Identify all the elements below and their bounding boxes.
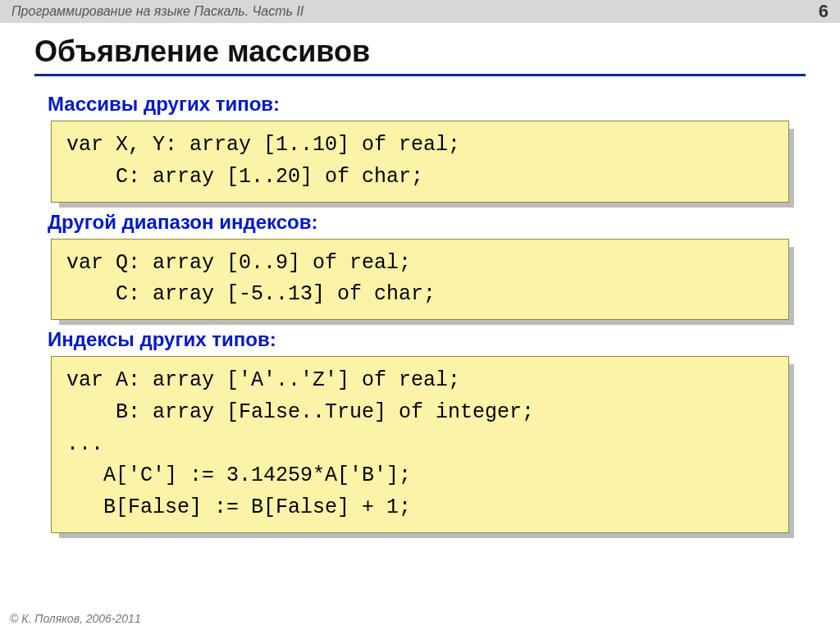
header-title: Программирование на языке Паскаль. Часть… bbox=[11, 4, 304, 19]
section-heading-1: Массивы других типов: bbox=[48, 93, 792, 116]
code-block-3: var A: array ['A'..'Z'] of real; B: arra… bbox=[51, 356, 789, 533]
slide: Программирование на языке Паскаль. Часть… bbox=[0, 0, 840, 630]
header-bar: Программирование на языке Паскаль. Часть… bbox=[0, 0, 840, 23]
copyright-icon: © bbox=[10, 612, 18, 625]
code-content-1: var X, Y: array [1..10] of real; C: arra… bbox=[51, 121, 789, 203]
code-block-1: var X, Y: array [1..10] of real; C: arra… bbox=[51, 121, 789, 203]
section-heading-2: Другой диапазон индексов: bbox=[48, 211, 792, 234]
footer: © К. Поляков, 2006-2011 bbox=[10, 612, 141, 625]
page-number: 6 bbox=[819, 1, 829, 22]
code-content-3: var A: array ['A'..'Z'] of real; B: arra… bbox=[51, 356, 789, 533]
code-block-2: var Q: array [0..9] of real; C: array [-… bbox=[51, 239, 789, 321]
footer-text: К. Поляков, 2006-2011 bbox=[21, 612, 140, 625]
section-heading-3: Индексы других типов: bbox=[48, 328, 792, 351]
code-content-2: var Q: array [0..9] of real; C: array [-… bbox=[51, 239, 789, 321]
slide-content: Массивы других типов: var X, Y: array [1… bbox=[0, 81, 840, 533]
slide-title: Объявление массивов bbox=[34, 34, 806, 76]
